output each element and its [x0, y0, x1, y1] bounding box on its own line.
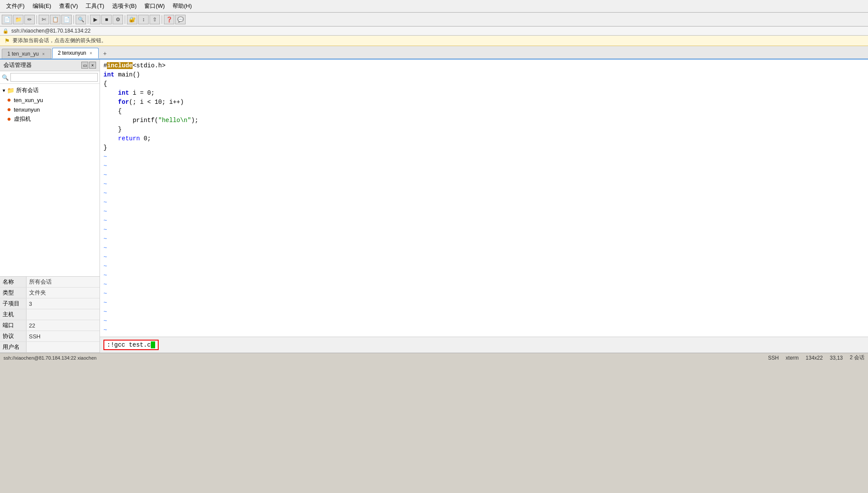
sidebar-close-button[interactable]: × — [89, 62, 96, 69]
menu-view[interactable]: 查看(V) — [56, 1, 81, 11]
toolbar: 📄 📁 ✏ ✄ 📋 📄 🔍 ▶ ■ ⚙ 🔐 ↕ ⇧ ❓ 💬 — [0, 13, 868, 26]
code-line: ~ — [103, 171, 865, 180]
tab-close-1[interactable]: × — [41, 52, 46, 56]
toolbar-disconnect[interactable]: ■ — [101, 15, 112, 24]
toolbar-search[interactable]: 🔍 — [76, 15, 86, 24]
property-row: 名称所有会话 — [0, 277, 100, 288]
toolbar-chat[interactable]: 💬 — [175, 15, 186, 24]
code-line: ~ — [103, 298, 865, 308]
menu-help[interactable]: 帮助(H) — [169, 1, 195, 11]
code-line: ~ — [103, 308, 865, 317]
tab-close-2[interactable]: × — [89, 51, 93, 56]
code-line: ~ — [103, 271, 865, 280]
code-line: } — [103, 125, 865, 134]
statusbar-size: 134x22 — [806, 355, 823, 361]
code-line: for(; i < 10; i++) — [103, 98, 865, 107]
tree-item-tenxunyun[interactable]: ● tenxunyun — [0, 105, 100, 114]
toolbar-new[interactable]: 📄 — [2, 15, 12, 24]
menu-edit[interactable]: 编辑(E) — [29, 1, 55, 11]
property-row: 用户名 — [0, 342, 100, 353]
toolbar-sep-3 — [88, 15, 88, 24]
properties-table: 名称所有会话类型文件夹子项目3主机端口22协议SSH用户名 — [0, 277, 100, 353]
session-icon-1: ● — [7, 96, 11, 104]
properties-panel: 名称所有会话类型文件夹子项目3主机端口22协议SSH用户名 — [0, 276, 100, 353]
tree-item-vm[interactable]: ● 虚拟机 — [0, 114, 100, 124]
tree-root-label: 所有会话 — [16, 86, 39, 94]
folder-icon: 📁 — [7, 87, 14, 94]
menu-tools[interactable]: 工具(T) — [82, 1, 108, 11]
toolbar-help[interactable]: ❓ — [164, 15, 174, 24]
tab-label-1: 1 ten_xun_yu — [7, 51, 39, 57]
code-line: ~ — [103, 262, 865, 271]
infobar-text: 要添加当前会话，点击左侧的箭头按钮。 — [13, 37, 106, 44]
sidebar: 会话管理器 ▭ × 🔍 ▼ 📁 所有会话 ● ten_xun_yu — [0, 60, 100, 353]
code-line: #include<stdio.h> — [103, 61, 865, 70]
property-key: 子项目 — [0, 298, 26, 309]
session-icon-2: ● — [7, 106, 11, 113]
code-line: ~ — [103, 207, 865, 216]
toolbar-connect[interactable]: ▶ — [90, 15, 100, 24]
editor-content[interactable]: #include<stdio.h>int main(){ int i = 0; … — [100, 60, 868, 337]
property-key: 主机 — [0, 309, 26, 320]
code-line: ~ — [103, 317, 865, 326]
property-key: 名称 — [0, 277, 26, 288]
toolbar-cut[interactable]: ✄ — [39, 15, 49, 24]
infobar: ⚑ 要添加当前会话，点击左侧的箭头按钮。 — [0, 36, 868, 46]
menu-tabs[interactable]: 选项卡(B) — [109, 1, 140, 11]
toolbar-settings[interactable]: ⚙ — [113, 15, 123, 24]
tree-item-ten-xun-yu[interactable]: ● ten_xun_yu — [0, 95, 100, 105]
toolbar-save[interactable]: ✏ — [24, 15, 35, 24]
command-text: :!gcc test.c — [107, 341, 151, 348]
property-value: 22 — [26, 320, 100, 331]
editor-area: #include<stdio.h>int main(){ int i = 0; … — [100, 60, 868, 353]
code-line: ~ — [103, 180, 865, 189]
session-tree: ▼ 📁 所有会话 ● ten_xun_yu ● tenxunyun ● 虚拟机 — [0, 84, 100, 276]
toolbar-paste[interactable]: 📄 — [61, 15, 72, 24]
menubar: 文件(F) 编辑(E) 查看(V) 工具(T) 选项卡(B) 窗口(W) 帮助(… — [0, 0, 868, 13]
property-value: SSH — [26, 331, 100, 342]
statusbar: ssh://xiaochen@81.70.184.134:22 xiaochen… — [0, 353, 868, 362]
statusbar-xterm: xterm — [786, 355, 799, 361]
tab-label-2: 2 tenxunyun — [58, 50, 86, 56]
tab-add-button[interactable]: + — [100, 48, 110, 59]
code-line: ~ — [103, 189, 865, 198]
toolbar-upload[interactable]: ⇧ — [150, 15, 160, 24]
tab-tenxunyun[interactable]: 2 tenxunyun × — [52, 48, 99, 59]
addressbar-text: ssh://xiaochen@81.70.184.134:22 — [11, 28, 90, 34]
menu-window[interactable]: 窗口(W) — [141, 1, 168, 11]
toolbar-copy[interactable]: 📋 — [50, 15, 60, 24]
toolbar-key[interactable]: 🔐 — [127, 15, 137, 24]
sidebar-title: 会话管理器 — [3, 61, 32, 69]
tab-ten-xun-yu[interactable]: 1 ten_xun_yu × — [2, 49, 51, 59]
property-row: 类型文件夹 — [0, 288, 100, 298]
session-icon-3: ● — [7, 115, 11, 123]
property-row: 端口22 — [0, 320, 100, 331]
tree-label-2: tenxunyun — [14, 106, 40, 113]
property-value — [26, 309, 100, 320]
code-line: ~ — [103, 244, 865, 253]
tree-root[interactable]: ▼ 📁 所有会话 — [0, 86, 100, 95]
statusbar-col: 33,13 — [830, 355, 843, 361]
code-line: ~ — [103, 280, 865, 289]
addressbar: 🔒 ssh://xiaochen@81.70.184.134:22 — [0, 26, 868, 36]
tabbar: 1 ten_xun_yu × 2 tenxunyun × + — [0, 46, 868, 60]
toolbar-sep-5 — [162, 15, 162, 24]
toolbar-open[interactable]: 📁 — [13, 15, 23, 24]
property-key: 类型 — [0, 288, 26, 298]
toolbar-transfer[interactable]: ↕ — [138, 15, 149, 24]
sidebar-pin-button[interactable]: ▭ — [81, 62, 88, 69]
command-input[interactable]: :!gcc test.c — [103, 340, 159, 350]
sidebar-header: 会话管理器 ▭ × — [0, 60, 100, 71]
property-value: 文件夹 — [26, 288, 100, 298]
property-value: 3 — [26, 298, 100, 309]
search-input[interactable] — [10, 73, 98, 82]
property-key: 协议 — [0, 331, 26, 342]
content-area: 会话管理器 ▭ × 🔍 ▼ 📁 所有会话 ● ten_xun_yu — [0, 60, 868, 353]
toolbar-sep-2 — [73, 15, 74, 24]
lock-icon: 🔒 — [3, 28, 9, 34]
menu-file[interactable]: 文件(F) — [3, 1, 28, 11]
statusbar-ssh: SSH — [768, 355, 779, 361]
info-icon: ⚑ — [4, 37, 10, 44]
code-line: ~ — [103, 152, 865, 162]
code-line: ~ — [103, 198, 865, 207]
